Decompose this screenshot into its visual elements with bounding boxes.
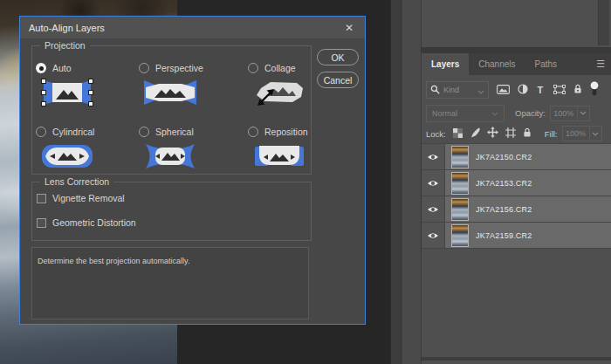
chevron-down-icon	[491, 109, 498, 118]
lock-artboard-nesting-icon[interactable]	[505, 126, 516, 141]
fill-value[interactable]: 100%	[562, 126, 590, 141]
close-icon[interactable]: ✕	[345, 22, 365, 34]
scrollbar[interactable]	[598, 0, 609, 45]
filter-kind-label: Kind	[443, 86, 459, 94]
lock-position-icon[interactable]	[487, 126, 498, 141]
fill-label: Fill:	[545, 129, 558, 139]
filter-toggle-icon[interactable]	[590, 81, 599, 100]
layer-thumbnail[interactable]	[451, 146, 469, 168]
fill-dropdown-button[interactable]	[590, 126, 602, 141]
description-text: Determine the best projection automatica…	[38, 257, 189, 265]
panel-menu-icon[interactable]: ☰	[596, 53, 611, 75]
projection-option-spherical[interactable]: Spherical	[139, 126, 196, 170]
dialog-titlebar[interactable]: Auto-Align Layers ✕	[20, 17, 365, 38]
visibility-eye-icon[interactable]	[422, 223, 445, 248]
auto-align-layers-dialog: Auto-Align Layers ✕ OK Cancel Projection…	[19, 16, 366, 325]
blend-mode-row: Normal Opacity: 100%	[426, 104, 608, 122]
panel-dock-gutter	[390, 0, 422, 364]
opacity-label: Opacity:	[515, 108, 546, 118]
spherical-projection-icon	[144, 142, 196, 170]
blend-mode-value: Normal	[432, 109, 457, 118]
svg-text:T: T	[537, 85, 543, 94]
perspective-projection-icon	[144, 79, 196, 106]
projection-option-cylindrical[interactable]: Cylindrical	[36, 126, 94, 170]
layer-thumbnail[interactable]	[451, 224, 469, 247]
layer-row[interactable]: JK7A2150.CR2	[422, 144, 611, 170]
dialog-title: Auto-Align Layers	[20, 23, 105, 33]
opacity-value[interactable]: 100%	[550, 106, 578, 121]
layer-thumbnail[interactable]	[451, 198, 469, 221]
geometric-distortion-checkbox[interactable]	[37, 218, 46, 228]
lock-all-icon[interactable]	[523, 126, 532, 141]
tab-layers[interactable]: Layers	[422, 53, 469, 75]
projection-legend: Projection	[40, 40, 90, 51]
smart-object-filter-icon[interactable]	[573, 82, 582, 98]
layers-panel-body: Kind T	[422, 75, 611, 361]
visibility-eye-icon[interactable]	[422, 144, 445, 169]
layer-filter-row: Kind T	[426, 80, 608, 100]
lens-correction-legend: Lens Correction	[40, 176, 113, 187]
shape-layer-filter-icon[interactable]	[553, 82, 566, 98]
chevron-down-icon	[477, 82, 484, 98]
layer-name: JK7A2159.CR2	[476, 231, 532, 240]
lock-label: Lock:	[426, 129, 446, 139]
blend-mode-dropdown[interactable]: Normal	[426, 105, 505, 122]
lock-transparency-icon[interactable]	[453, 126, 463, 141]
layer-name: JK7A2156.CR2	[476, 205, 532, 214]
auto-projection-icon	[41, 79, 93, 106]
tab-paths[interactable]: Paths	[525, 53, 567, 75]
panel-tabbar: Layers Channels Paths ☰	[422, 53, 611, 75]
reposition-projection-icon	[253, 142, 306, 170]
vignette-removal-checkbox[interactable]	[37, 194, 46, 203]
projection-option-reposition[interactable]: Reposition	[248, 126, 308, 170]
radio-spherical[interactable]	[139, 127, 149, 137]
lens-correction-group: Lens Correction Vignette Removal Geometr…	[31, 182, 312, 241]
projection-option-auto[interactable]: Auto	[36, 62, 93, 106]
ok-button[interactable]: OK	[317, 49, 359, 65]
radio-collage[interactable]	[248, 63, 258, 73]
projection-option-collage[interactable]: Collage	[248, 62, 306, 106]
layer-row[interactable]: JK7A2159.CR2	[422, 223, 611, 249]
description-box: Determine the best projection automatica…	[31, 247, 309, 319]
panel-divider	[422, 47, 611, 53]
lock-row: Lock: Fill: 100%	[426, 126, 608, 141]
panel-bottom-edge	[422, 357, 611, 361]
type-layer-filter-icon[interactable]: T	[536, 82, 546, 98]
layer-row[interactable]: JK7A2153.CR2	[422, 170, 611, 196]
layer-name: JK7A2150.CR2	[476, 153, 532, 161]
lock-image-brush-icon[interactable]	[470, 126, 480, 141]
radio-reposition[interactable]	[248, 127, 258, 137]
upper-panel-area	[422, 0, 611, 47]
visibility-eye-icon[interactable]	[422, 196, 445, 222]
layer-row[interactable]: JK7A2156.CR2	[422, 196, 611, 223]
projection-option-perspective[interactable]: Perspective	[139, 62, 203, 106]
cylindrical-projection-icon	[41, 142, 93, 170]
vignette-removal-option[interactable]: Vignette Removal	[37, 193, 125, 203]
visibility-eye-icon[interactable]	[422, 170, 445, 196]
tab-channels[interactable]: Channels	[469, 53, 525, 75]
radio-cylindrical[interactable]	[36, 127, 46, 137]
lock-icons	[453, 126, 532, 141]
layer-thumbnail[interactable]	[451, 172, 469, 195]
layer-name: JK7A2153.CR2	[476, 179, 532, 188]
adjustment-layer-filter-icon[interactable]	[518, 82, 528, 98]
filter-type-icons: T	[497, 81, 599, 100]
radio-perspective[interactable]	[139, 63, 149, 73]
filter-kind-dropdown[interactable]: Kind	[426, 81, 489, 99]
opacity-dropdown-button[interactable]	[578, 106, 590, 121]
radio-auto[interactable]	[36, 63, 46, 73]
search-icon	[430, 82, 440, 98]
cancel-button[interactable]: Cancel	[317, 72, 359, 88]
projection-group: Projection Auto Perspective	[31, 45, 312, 175]
collage-projection-icon	[253, 79, 306, 106]
geometric-distortion-option[interactable]: Geometric Distortion	[37, 217, 136, 228]
pixel-layer-filter-icon[interactable]	[497, 82, 510, 98]
layers-list: JK7A2150.CR2 JK7A2153.CR2 JK7A2156.CR2	[422, 143, 611, 249]
layers-panel: Layers Channels Paths ☰ Kind	[422, 0, 611, 364]
